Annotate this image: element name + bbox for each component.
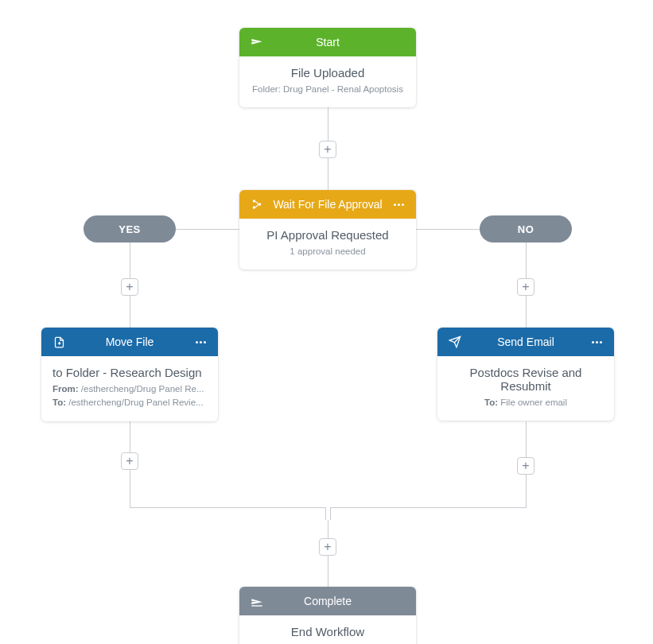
plus-icon: + [522,460,529,472]
node-email-title: Postdocs Revise and Resubmit [449,366,603,393]
node-start-sub: Folder: Drug Panel - Renal Apoptosis [251,83,405,96]
branch-no-label: NO [518,223,534,235]
file-move-icon [51,336,67,348]
node-start-header: Start [239,28,416,56]
add-step-before-complete[interactable]: + [319,538,336,556]
node-approval-menu[interactable] [391,204,406,206]
plus-icon: + [324,541,331,553]
node-start-body: File Uploaded Folder: Drug Panel - Renal… [239,56,416,107]
node-approval-header-label: Wait For File Approval [265,198,391,211]
svg-rect-3 [251,605,262,606]
node-email-to: To: File owner email [449,396,603,409]
branch-yes-label: YES [119,223,141,235]
node-move-from: From: /esthercheng/Drug Panel Re... [52,382,207,396]
node-move-header: Move File [41,328,218,356]
plus-icon: + [324,143,331,156]
svg-point-0 [253,200,256,203]
node-approval[interactable]: Wait For File Approval PI Approval Reque… [239,190,416,270]
node-send-email[interactable]: Send Email Postdocs Revise and Resubmit … [437,328,614,421]
add-step-after-email[interactable]: + [517,457,534,475]
node-move-menu[interactable] [192,341,208,343]
node-move-header-label: Move File [67,336,192,348]
node-start-title: File Uploaded [251,66,405,80]
node-move-body: to Folder - Research Design From: /esthe… [41,356,218,421]
plus-icon: + [126,281,133,293]
node-approval-sub: 1 approval needed [251,245,405,258]
branch-yes: YES [84,215,176,242]
node-start[interactable]: Start File Uploaded Folder: Drug Panel -… [239,28,416,107]
svg-point-1 [253,206,256,209]
node-approval-header: Wait For File Approval [239,190,416,219]
node-approval-title: PI Approval Requested [251,228,405,242]
plus-icon: + [522,281,529,293]
node-move-title: to Folder - Research Design [52,366,207,379]
node-complete-body: End Workflow [239,615,416,644]
branch-no: NO [480,215,572,242]
node-approval-body: PI Approval Requested 1 approval needed [239,219,416,270]
add-step-no-branch[interactable]: + [517,278,534,296]
node-start-header-label: Start [265,36,406,48]
node-complete[interactable]: Complete End Workflow [239,587,416,644]
node-email-body: Postdocs Revise and Resubmit To: File ow… [437,356,614,421]
node-complete-header: Complete [239,587,416,615]
add-step-yes-branch[interactable]: + [121,278,138,296]
add-step-after-move[interactable]: + [121,452,138,470]
node-complete-title: End Workflow [251,625,405,638]
node-email-header: Send Email [437,328,614,356]
add-step-after-start[interactable]: + [319,141,336,158]
branch-icon [249,199,265,210]
plane-landing-icon [249,595,265,607]
node-email-menu[interactable] [589,341,604,343]
node-move-file[interactable]: Move File to Folder - Research Design Fr… [41,328,218,421]
svg-point-2 [258,203,262,206]
mail-send-icon [447,336,463,348]
plus-icon: + [126,455,133,467]
node-complete-header-label: Complete [265,595,406,607]
node-email-header-label: Send Email [463,336,589,348]
node-move-to: To: /esthercheng/Drug Panel Revie... [52,396,207,409]
plane-icon [249,36,265,48]
